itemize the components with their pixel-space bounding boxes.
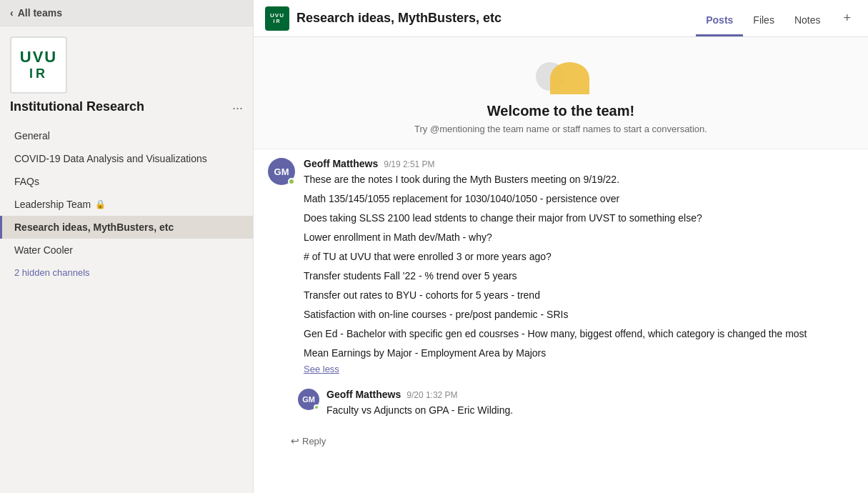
channel-list: GeneralCOVID-19 Data Analysis and Visual… <box>0 124 253 262</box>
tab-notes[interactable]: Notes <box>784 3 831 36</box>
reply-body-reply1: Faculty vs Adjuncts on GPA - Eric Wildin… <box>326 403 859 418</box>
lock-icon: 🔒 <box>95 199 106 209</box>
channel-logo-ir: IR <box>274 19 281 24</box>
channel-logo-small: UVU IR <box>265 6 289 31</box>
tab-posts[interactable]: Posts <box>696 3 743 36</box>
welcome-title: Welcome to the team! <box>268 103 854 119</box>
logo-uvu-text: UVU <box>20 49 57 66</box>
sidebar: ‹ All teams UVU IR Institutional Researc… <box>0 0 254 493</box>
welcome-image <box>532 59 589 94</box>
reply-section: ↩ Reply <box>254 429 868 447</box>
team-title: Institutional Research <box>10 99 144 114</box>
welcome-subtitle: Try @mentioning the team name or staff n… <box>268 124 854 134</box>
tab-files[interactable]: Files <box>743 3 784 36</box>
sidebar-item-general[interactable]: General <box>0 124 253 147</box>
channel-label: General <box>14 130 50 141</box>
hidden-channels-link[interactable]: 2 hidden channels <box>0 262 253 284</box>
header-tabs: PostsFilesNotes <box>696 0 830 36</box>
channel-label: COVID-19 Data Analysis and Visualization… <box>14 153 207 164</box>
message-content-msg1: Geoff Matthews 9/19 2:51 PM These are th… <box>304 158 854 374</box>
message-body-msg1: These are the notes I took during the My… <box>304 172 854 361</box>
sidebar-item-watercooler[interactable]: Water Cooler <box>0 239 253 262</box>
team-name-section: Institutional Research ··· <box>0 99 253 124</box>
reply-btn-label: Reply <box>302 436 326 447</box>
team-header: UVU IR <box>0 26 253 99</box>
message-author-msg1: Geoff Matthews <box>304 158 378 169</box>
channel-header: UVU IR Research ideas, MythBusters, etc … <box>254 0 868 37</box>
channel-logo-uvu: UVU <box>270 13 284 19</box>
reply-reply1: GM Geoff Matthews 9/20 1:32 PM Faculty v… <box>289 383 868 424</box>
team-menu-button[interactable]: ··· <box>232 101 243 116</box>
avatar-msg1: GM <box>268 158 295 185</box>
reply-arrow-icon: ↩ <box>291 435 299 447</box>
reply-online-dot <box>314 404 319 410</box>
messages-area: Welcome to the team! Try @mentioning the… <box>254 37 868 493</box>
message-meta-msg1: Geoff Matthews 9/19 2:51 PM <box>304 158 854 169</box>
channel-label: Water Cooler <box>14 244 73 256</box>
channel-label: Leadership Team <box>14 199 91 210</box>
add-tab-button[interactable]: + <box>837 4 857 33</box>
team-logo: UVU IR <box>10 36 67 94</box>
reply-author-reply1: Geoff Matthews <box>326 389 401 400</box>
sidebar-item-research[interactable]: Research ideas, MythBusters, etc <box>0 216 253 239</box>
sidebar-item-faqs[interactable]: FAQs <box>0 170 253 193</box>
online-dot <box>288 178 295 185</box>
reply-button[interactable]: ↩ Reply <box>291 435 326 447</box>
reply-content-reply1: Geoff Matthews 9/20 1:32 PM Faculty vs A… <box>326 389 859 418</box>
messages-list: GM Geoff Matthews 9/19 2:51 PM These are… <box>254 149 868 447</box>
back-arrow-icon: ‹ <box>10 7 14 19</box>
logo-ir-text: IR <box>29 66 48 81</box>
reply-avatar-reply1: GM <box>298 389 319 410</box>
main-content: UVU IR Research ideas, MythBusters, etc … <box>254 0 868 493</box>
sidebar-item-leadership[interactable]: Leadership Team🔒 <box>0 193 253 216</box>
sidebar-item-covid[interactable]: COVID-19 Data Analysis and Visualization… <box>0 147 253 170</box>
back-nav[interactable]: ‹ All teams <box>0 0 253 26</box>
back-nav-label: All teams <box>18 7 62 19</box>
welcome-section: Welcome to the team! Try @mentioning the… <box>254 37 868 149</box>
reply-time-reply1: 9/20 1:32 PM <box>406 390 457 400</box>
channel-label: Research ideas, MythBusters, etc <box>14 221 174 233</box>
message-msg1: GM Geoff Matthews 9/19 2:51 PM These are… <box>254 149 868 383</box>
see-less-link[interactable]: See less <box>304 364 339 374</box>
message-time-msg1: 9/19 2:51 PM <box>384 159 434 169</box>
channel-label: FAQs <box>14 176 39 187</box>
channel-title: Research ideas, MythBusters, etc <box>296 11 689 26</box>
